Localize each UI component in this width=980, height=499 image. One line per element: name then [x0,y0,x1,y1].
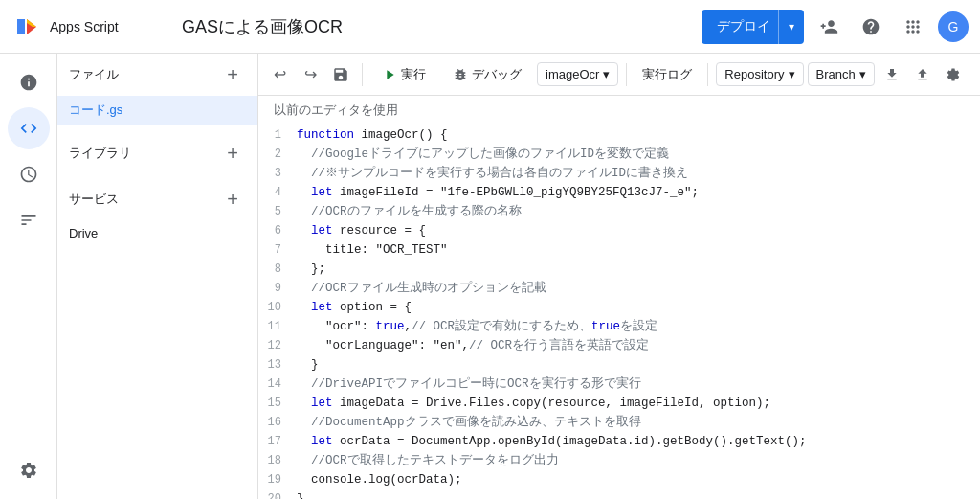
file-item-drive[interactable]: Drive [57,220,257,246]
line-content: } [297,355,980,374]
files-label: ファイル [69,66,119,83]
header: Apps Script GASによる画像OCR デプロイ ▾ G [0,0,980,54]
line-number: 19 [258,470,297,489]
line-number: 18 [258,451,297,470]
line-content: console.log(ocrData); [297,470,980,489]
line-number: 13 [258,355,297,374]
line-content: "ocrLanguage": "en",// OCRを行う言語を英語で設定 [297,336,980,355]
line-number: 15 [258,394,297,413]
editor-area: ↩ ↪ 実行 デバッグ imageOcr ▾ 実行ログ [258,54,980,499]
line-number: 5 [258,202,297,221]
file-item-code[interactable]: コード.gs [57,96,257,125]
code-line: 5 //OCRのファイルを生成する際の名称 [258,202,980,221]
git-settings-button[interactable] [940,61,967,88]
line-number: 3 [258,164,297,183]
line-content: //OCRファイル生成時のオプションを記載 [297,279,980,298]
code-line: 15 let imageData = Drive.Files.copy(reso… [258,394,980,413]
files-section-header: ファイル + [57,54,257,96]
line-number: 1 [258,125,297,145]
line-number: 7 [258,240,297,260]
sidebar-executions-button[interactable] [8,199,50,241]
code-line: 8 }; [258,260,980,279]
execution-log-label: 実行ログ [642,67,692,81]
function-dropdown-icon: ▾ [603,67,610,81]
code-line: 3 //※サンプルコードを実行する場合は各自のファイルIDに書き換え [258,164,980,183]
deploy-button[interactable]: デプロイ ▾ [702,10,804,44]
repo-dropdown-icon: ▾ [789,67,795,81]
file-panel: ファイル + コード.gs ライブラリ + サービス + Drive [57,54,258,499]
code-line: 6 let resource = { [258,221,980,240]
line-number: 11 [258,317,297,336]
line-content: //Googleドライブにアップした画像のファイルIDを変数で定義 [297,145,980,164]
add-file-button[interactable]: + [219,61,246,88]
sidebar-triggers-button[interactable] [8,153,50,195]
code-line: 11 "ocr": true,// OCR設定で有効にするため、trueを設定 [258,317,980,336]
toolbar-sep-1 [362,63,363,86]
line-number: 10 [258,298,297,317]
line-content: let option = { [297,298,980,317]
line-number: 14 [258,374,297,394]
main-layout: ファイル + コード.gs ライブラリ + サービス + Drive ↩ ↪ [0,54,980,499]
line-content: let ocrData = DocumentApp.openById(image… [297,432,980,451]
app-name-label: Apps Script [50,19,119,34]
add-person-button[interactable] [812,10,846,44]
editor-toolbar: ↩ ↪ 実行 デバッグ imageOcr ▾ 実行ログ [258,54,980,96]
save-button[interactable] [327,61,354,88]
apps-grid-button[interactable] [896,10,930,44]
repository-select[interactable]: Repository ▾ [716,62,803,86]
editor-notice: 以前のエディタを使用 [258,96,980,125]
line-content: function imageOcr() { [297,125,980,145]
line-content: let imageFileId = "1fe-EPbGWLl0_pigYQ9BY… [297,183,980,202]
line-content: //DocumentAppクラスで画像を読み込み、テキストを取得 [297,413,980,432]
run-label: 実行 [401,66,426,83]
help-button[interactable] [854,10,888,44]
line-content: //OCRで取得したテキストデータをログ出力 [297,451,980,470]
line-number: 12 [258,336,297,355]
line-number: 20 [258,489,297,499]
drive-label: Drive [69,226,98,240]
line-content: //※サンプルコードを実行する場合は各自のファイルIDに書き換え [297,164,980,183]
debug-button[interactable]: デバッグ [441,62,533,87]
sidebar-code-button[interactable] [8,107,50,149]
line-content: //OCRのファイルを生成する際の名称 [297,202,980,221]
branch-select[interactable]: Branch ▾ [808,62,875,86]
line-number: 17 [258,432,297,451]
code-line: 18 //OCRで取得したテキストデータをログ出力 [258,451,980,470]
services-label: サービス [69,191,119,208]
line-content: }; [297,260,980,279]
code-line: 14 //DriveAPIでファイルコピー時にOCRを実行する形で実行 [258,374,980,394]
line-number: 2 [258,145,297,164]
sidebar-info-button[interactable] [8,61,50,103]
undo-button[interactable]: ↩ [266,61,293,88]
run-button[interactable]: 実行 [370,62,437,87]
code-line: 17 let ocrData = DocumentApp.openById(im… [258,432,980,451]
function-select-value: imageOcr [546,67,599,81]
editor-notice-text: 以前のエディタを使用 [274,102,398,117]
redo-button[interactable]: ↪ [297,61,323,88]
code-line: 12 "ocrLanguage": "en",// OCRを行う言語を英語で設定 [258,336,980,355]
debug-label: デバッグ [472,66,522,83]
sidebar-settings-button[interactable] [8,449,50,491]
repository-label: Repository [724,67,784,81]
function-select[interactable]: imageOcr ▾ [537,62,618,86]
line-number: 16 [258,413,297,432]
branch-dropdown-icon: ▾ [859,67,866,81]
git-pull-button[interactable] [879,61,905,88]
line-number: 8 [258,260,297,279]
code-line: 13 } [258,355,980,374]
line-content: //DriveAPIでファイルコピー時にOCRを実行する形で実行 [297,374,980,394]
execution-log-button[interactable]: 実行ログ [635,62,700,87]
line-content: let resource = { [297,221,980,240]
code-line: 20} [258,489,980,499]
code-line: 19 console.log(ocrData); [258,470,980,489]
code-editor[interactable]: 1function imageOcr() {2 //Googleドライブにアップ… [258,125,980,499]
header-right: デプロイ ▾ G [702,10,969,44]
git-push-button[interactable] [909,61,936,88]
line-number: 4 [258,183,297,202]
code-line: 7 title: "OCR_TEST" [258,240,980,260]
add-service-button[interactable]: + [219,186,246,213]
line-content: } [297,489,980,499]
avatar[interactable]: G [938,11,969,42]
logo-area: Apps Script [11,11,174,42]
add-library-button[interactable]: + [219,140,246,167]
